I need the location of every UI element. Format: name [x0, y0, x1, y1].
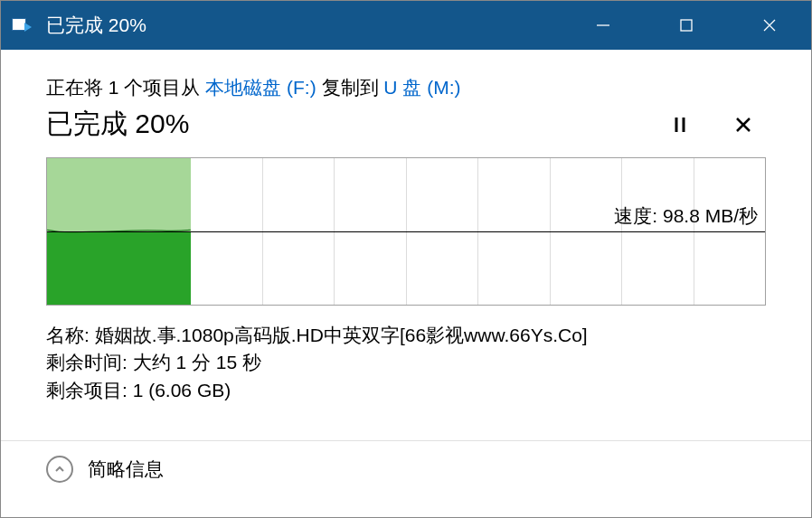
time-value: 大约 1 分 15 秒: [133, 352, 261, 372]
progress-row: 已完成 20%: [46, 106, 766, 143]
time-label: 剩余时间:: [46, 352, 133, 372]
name-label: 名称:: [46, 325, 95, 345]
details-section: 名称: 婚姻故.事.1080p高码版.HD中英双字[66影视www.66Ys.C…: [46, 322, 766, 404]
name-value: 婚姻故.事.1080p高码版.HD中英双字[66影视www.66Ys.Co]: [95, 325, 588, 345]
pause-button[interactable]: [657, 107, 703, 143]
speed-label: 速度: 98.8 MB/秒: [614, 203, 758, 229]
window-controls: [562, 1, 811, 50]
file-name-row: 名称: 婚姻故.事.1080p高码版.HD中英双字[66影视www.66Ys.C…: [46, 322, 766, 349]
cancel-button[interactable]: [721, 107, 766, 143]
time-remaining-row: 剩余时间: 大约 1 分 15 秒: [46, 349, 766, 376]
copy-description: 正在将 1 个项目从 本地磁盘 (F:) 复制到 U 盘 (M:): [46, 75, 766, 100]
copy-middle: 复制到: [316, 77, 384, 98]
items-label: 剩余项目:: [46, 380, 133, 400]
items-remaining-row: 剩余项目: 1 (6.06 GB): [46, 377, 766, 404]
window-title: 已完成 20%: [46, 13, 562, 38]
titlebar: 已完成 20%: [1, 1, 811, 50]
copy-prefix: 正在将 1 个项目从: [46, 77, 205, 98]
content-area: 正在将 1 个项目从 本地磁盘 (F:) 复制到 U 盘 (M:) 已完成 20…: [1, 50, 811, 404]
source-link[interactable]: 本地磁盘 (F:): [205, 77, 316, 98]
cancel-icon: [733, 115, 753, 135]
dest-link[interactable]: U 盘 (M:): [383, 77, 460, 98]
close-button[interactable]: [728, 1, 811, 50]
minimize-button[interactable]: [562, 1, 645, 50]
chart-progress-upper: [47, 158, 191, 231]
progress-title: 已完成 20%: [46, 106, 639, 143]
minimize-icon: [595, 17, 611, 33]
pause-icon: [671, 115, 689, 135]
svg-rect-1: [681, 20, 692, 31]
chart-progress-lower: [47, 231, 191, 305]
maximize-icon: [679, 18, 694, 33]
copy-icon: [12, 16, 41, 34]
close-icon: [761, 17, 778, 33]
items-value: 1 (6.06 GB): [133, 380, 231, 400]
toggle-details-button[interactable]: [46, 456, 73, 483]
chart-midline: [47, 231, 765, 232]
speed-chart: 速度: 98.8 MB/秒: [46, 157, 766, 306]
footer-label[interactable]: 简略信息: [88, 457, 164, 482]
footer: 简略信息: [1, 441, 811, 497]
maximize-button[interactable]: [645, 1, 728, 50]
chevron-up-icon: [53, 463, 66, 476]
